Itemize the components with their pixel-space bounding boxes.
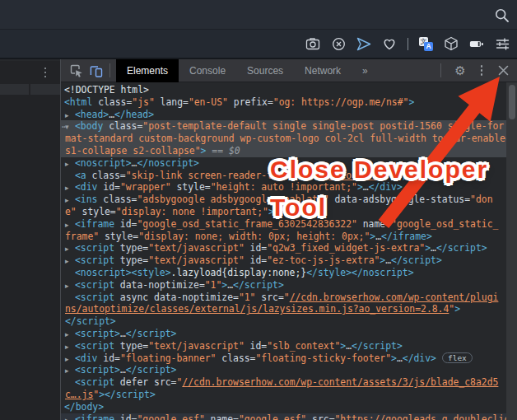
device-toolbar-icon[interactable] <box>88 63 105 79</box>
devtools-tabs: ElementsConsoleSourcesNetwork» <box>116 59 379 82</box>
code-token: "display: none !important;" <box>116 206 268 217</box>
tab-console[interactable]: Console <box>179 59 236 82</box>
code-token: <iframe <box>75 218 114 230</box>
code-token: id= <box>245 242 267 254</box>
toolbar-divider <box>408 38 408 50</box>
expander-icon[interactable]: ▸ <box>65 219 75 231</box>
code-token: e" <box>65 206 77 217</box>
code-line[interactable]: ▸<script type="text/javascript" id="q2w3… <box>61 242 506 254</box>
code-line[interactable]: ▸<script type="text/javascript" id="slb_… <box>61 340 506 352</box>
gear-glyph: ⚙ <box>454 64 465 77</box>
translate-icon[interactable]: 文 A <box>419 37 433 51</box>
code-token: c….js <box>65 389 93 400</box>
code-token: == <box>206 145 228 156</box>
browser-toolbar: 文 A <box>0 30 517 59</box>
page-block <box>30 84 60 95</box>
code-token: type= <box>114 242 148 254</box>
code-line[interactable]: c….js"></script> <box>61 389 506 401</box>
code-line[interactable]: </body> <box>61 401 506 413</box>
expander-icon[interactable]: ▸ <box>65 194 75 207</box>
devtools-menu-icon[interactable] <box>473 63 490 79</box>
code-token: </iframe> <box>381 231 432 242</box>
code-line[interactable]: ▸<div id="wrapper" style="height: auto !… <box>61 181 506 194</box>
code-line[interactable]: ▸<script async data-noptimize="1" src="/… <box>61 292 506 304</box>
code-token: id= <box>97 181 119 193</box>
expander-icon[interactable]: ▸ <box>65 341 75 353</box>
tab-elements[interactable]: Elements <box>116 59 179 82</box>
tab-network[interactable]: Network <box>294 59 352 82</box>
camera-icon[interactable] <box>305 36 320 51</box>
annotation-text-line2: Tool Tool <box>270 195 327 220</box>
code-token: </div> <box>403 352 436 364</box>
code-token: src= <box>148 376 176 388</box>
code-line[interactable]: …▾<body class="post-template-default sin… <box>61 120 506 133</box>
expander-icon[interactable]: ▸ <box>65 255 75 268</box>
page-menu-icon[interactable] <box>40 64 50 81</box>
send-icon[interactable] <box>356 36 371 51</box>
code-token: type= <box>114 254 148 266</box>
heart-icon[interactable] <box>382 36 397 51</box>
code-line[interactable]: ▸<script>…</script> <box>61 364 506 376</box>
expander-icon[interactable]: ▸ <box>65 414 75 420</box>
expander-icon[interactable]: ▸ <box>65 329 75 341</box>
code-line[interactable]: mat-standard custom-background wp-custom… <box>61 133 506 145</box>
code-line[interactable]: ▸<script defer src="//cdn.browserhow.com… <box>61 376 506 389</box>
code-token: style= <box>99 231 138 242</box>
code-token: "wrapper" <box>120 181 171 193</box>
code-token: > <box>391 352 397 364</box>
translate-front-glyph: A <box>424 42 433 51</box>
code-line[interactable]: ▸<head>…</head> <box>61 109 506 121</box>
code-token: </script> <box>233 279 284 291</box>
code-token: "display: none; width: 0px; height: 0px;… <box>138 231 370 242</box>
code-line[interactable]: ▸<script>…</script> <box>61 328 506 340</box>
battery-icon[interactable] <box>469 36 484 51</box>
code-line[interactable]: ▸<script type="text/javascript" id="ez-t… <box>61 254 506 267</box>
code-line[interactable]: ▸<noscript><style>.lazyload{display:none… <box>61 267 506 279</box>
code-token: "1" <box>239 292 256 303</box>
code-token: "height: auto !important;" <box>211 181 357 193</box>
page-behind-devtools <box>0 61 60 420</box>
overflow-dots-icon[interactable]: … <box>62 119 68 131</box>
code-token: src= <box>306 413 334 420</box>
code-line[interactable]: <!DOCTYPE html> <box>61 84 506 96</box>
code-line[interactable]: <html class="js" lang="en-US" prefix="og… <box>61 96 506 109</box>
tab-more[interactable]: » <box>352 59 379 82</box>
code-line[interactable]: ▸<script data-noptimize="1">…</script> <box>61 279 506 292</box>
expander-icon[interactable]: ▸ <box>65 353 75 366</box>
inspect-element-icon[interactable] <box>68 63 85 79</box>
annotation-text-line1: Close Developer Close Developer <box>270 157 488 182</box>
expander-icon[interactable]: ▸ <box>65 280 75 292</box>
code-token: "en-US" <box>189 96 228 108</box>
search-icon <box>495 8 510 23</box>
expander-icon[interactable]: ▸ <box>65 243 75 255</box>
close-devtools-button[interactable] <box>495 63 511 79</box>
code-token: //cdn.browserhow.com/wp-content/plugi <box>290 292 499 303</box>
code-token: <div <box>75 181 97 193</box>
code-line[interactable]: ns/autoptimize/classes/external/js/lazys… <box>61 303 506 315</box>
expander-icon[interactable]: ▸ <box>65 182 75 194</box>
code-token: </body> <box>64 401 104 413</box>
code-token: style= <box>77 206 116 217</box>
code-token: <script <box>75 340 114 352</box>
expander-icon[interactable]: ▸ <box>65 365 75 377</box>
scrollbar-track[interactable] <box>506 82 517 420</box>
settings-gear-icon[interactable]: ⚙ <box>452 63 468 79</box>
code-line[interactable]: ▸<iframe id="google_esf" name="google_es… <box>61 413 506 420</box>
expander-icon[interactable]: ▸ <box>65 158 75 170</box>
circle-x-icon[interactable] <box>331 36 346 51</box>
tune-icon[interactable] <box>495 36 510 51</box>
code-token: <noscript> <box>75 157 132 169</box>
tab-sources[interactable]: Sources <box>236 59 294 82</box>
code-token: s1-collapse s2-collapse" <box>65 145 201 156</box>
scrollbar-thumb[interactable] <box>509 85 515 119</box>
code-token: id= <box>114 218 137 230</box>
cube-icon[interactable] <box>444 36 459 51</box>
code-line[interactable]: ▸<div id="floating-banner" class="floati… <box>61 352 506 365</box>
flex-badge[interactable]: flex <box>442 352 473 363</box>
code-token: </head> <box>114 109 154 120</box>
code-line[interactable]: frame" style="display: none; width: 0px;… <box>61 231 506 243</box>
code-line[interactable]: </script> <box>61 315 506 328</box>
tab-search-icon[interactable] <box>495 8 510 23</box>
code-token: $0 <box>229 145 240 156</box>
code-token: </noscript> <box>137 157 198 169</box>
